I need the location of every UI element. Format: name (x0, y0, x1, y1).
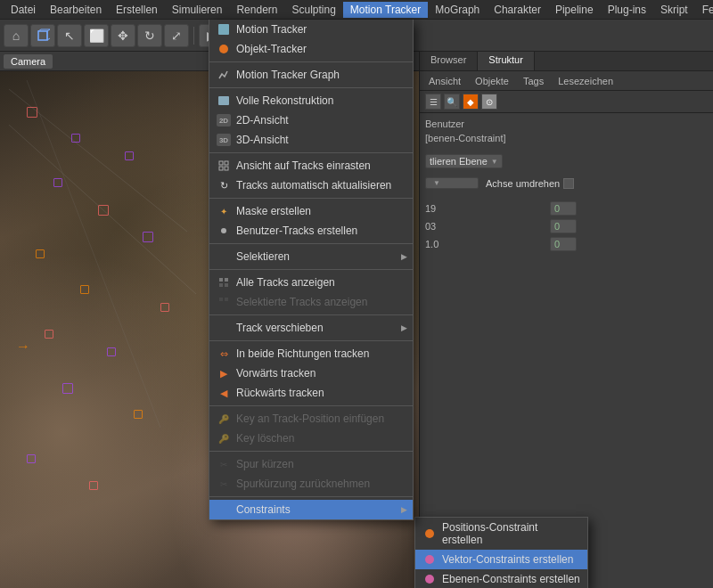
menu-mograph[interactable]: MoGraph (428, 2, 487, 18)
menu-rendern[interactable]: Rendern (229, 2, 284, 18)
selektierte-icon (217, 296, 231, 308)
ebenen-constraint-label: Ebenen-Constraints erstellen (442, 573, 580, 585)
menu-item-3d[interactable]: 3D 3D-Ansicht (209, 130, 413, 150)
menu-datei[interactable]: Datei (4, 2, 43, 18)
ansicht-tracks-label: Ansicht auf Tracks einrasten (236, 159, 371, 172)
prop-num3-label: 1.0 (425, 239, 550, 249)
menu-item-constraints[interactable]: Constraints (209, 500, 413, 519)
menu-sculpting[interactable]: Sculpting (284, 2, 342, 18)
menu-item-rueckwaerts[interactable]: ◀ Rückwärts tracken (209, 383, 413, 403)
menu-item-motion-tracker[interactable]: Motion Tracker (209, 20, 413, 39)
tab-browser[interactable]: Browser (420, 52, 478, 70)
right-icon-tag[interactable]: ◆ (463, 94, 479, 110)
sep-9 (209, 405, 413, 406)
menu-item-selektieren[interactable]: Selektieren (209, 247, 413, 266)
menu-simulieren[interactable]: Simulieren (165, 2, 230, 18)
selektieren-icon (217, 250, 231, 263)
right-toolbar-objekte[interactable]: Objekte (470, 75, 514, 87)
menu-skript[interactable]: Skript (653, 2, 695, 18)
graph-icon (217, 69, 231, 81)
submenu-vektor-constraint[interactable]: Vektor-Constraints erstellen (415, 550, 587, 569)
prop-dropdown2[interactable]: ▼ (425, 177, 479, 189)
constraints-submenu: Positions-Constraint erstellen Vektor-Co… (414, 517, 588, 588)
key-position-label: Key an Track-Position einfügen (236, 412, 384, 425)
prop-row-benutzer: Benutzer (425, 118, 708, 129)
toolbar-scale-btn[interactable]: ⤢ (164, 24, 189, 47)
selektierte-tracks-label: Selektierte Tracks anzeigen (236, 296, 367, 308)
sep-4 (209, 198, 413, 199)
svg-rect-14 (225, 278, 228, 282)
selektieren-label: Selektieren (236, 250, 290, 263)
menu-bearbeiten[interactable]: Bearbeiten (43, 2, 109, 18)
menu-item-ansicht-tracks[interactable]: Ansicht auf Tracks einrasten (209, 156, 413, 176)
prop-num2-value[interactable]: 0 (550, 219, 577, 233)
svg-rect-15 (219, 283, 223, 287)
tab-struktur[interactable]: Struktur (478, 52, 535, 70)
maske-label: Maske erstellen (236, 205, 311, 217)
toolbar-select-btn[interactable]: ⬜ (84, 24, 109, 47)
prop-num3-value[interactable]: 0 (550, 237, 577, 251)
menu-item-spurkuerzung: ✂ Spurkürzung zurücknehmen (209, 474, 413, 494)
menu-item-alle-tracks[interactable]: Alle Tracks anzeigen (209, 273, 413, 292)
menu-item-rekonstruktion[interactable]: Volle Rekonstruktion (209, 91, 413, 110)
menu-item-tracks-aktualisieren[interactable]: ↻ Tracks automatisch aktualisieren (209, 176, 413, 195)
sep-6 (209, 269, 413, 270)
maske-icon: ✦ (217, 205, 231, 217)
verschieben-icon (217, 322, 231, 334)
beide-label: In beide Richtungen tracken (236, 347, 369, 360)
right-icon-constraint[interactable]: ⊙ (481, 94, 497, 110)
right-toolbar-ansicht[interactable]: Ansicht (423, 75, 466, 87)
menu-item-vorwaerts[interactable]: ▶ Vorwärts tracken (209, 363, 413, 383)
submenu-ebenen-constraint[interactable]: Ebenen-Constraints erstellen (415, 569, 587, 588)
submenu-positions-constraint[interactable]: Positions-Constraint erstellen (415, 518, 587, 550)
prop-num1-value[interactable]: 0 (550, 201, 577, 216)
menu-item-key-loeschen: 🔑 Key löschen (209, 429, 413, 448)
graph-label: Motion Tracker Graph (236, 69, 340, 81)
menu-charakter[interactable]: Charakter (487, 2, 548, 18)
right-icon-search[interactable]: 🔍 (444, 94, 460, 110)
svg-rect-16 (225, 283, 228, 287)
menu-fenster[interactable]: Fenster (695, 2, 713, 18)
alle-tracks-icon (217, 276, 231, 289)
right-icons-row: ☰ 🔍 ◆ ⊙ (420, 91, 713, 113)
menu-item-maske[interactable]: ✦ Maske erstellen (209, 201, 413, 221)
vorwaerts-icon: ▶ (217, 367, 231, 380)
prop-ebene-dropdown[interactable]: tlieren Ebene ▼ (425, 154, 503, 168)
menu-plugins[interactable]: Plug-ins (601, 2, 653, 18)
svg-rect-10 (225, 161, 228, 165)
vektor-constraint-label: Vektor-Constraints erstellen (442, 553, 573, 566)
menu-erstellen[interactable]: Erstellen (109, 2, 165, 18)
sep-10 (209, 451, 413, 452)
achse-checkbox[interactable] (563, 178, 574, 189)
toolbar-arrow-btn[interactable]: ↖ (57, 24, 82, 47)
ebenen-icon (422, 573, 437, 585)
toolbar-sep1 (193, 27, 194, 45)
right-icon-filter[interactable]: ☰ (425, 94, 441, 110)
menu-item-benutzer-tracks[interactable]: Benutzer-Tracks erstellen (209, 221, 413, 241)
svg-line-7 (9, 125, 196, 294)
motion-tracker-dropdown: Motion Tracker Objekt-Tracker Motion Tra… (209, 20, 414, 520)
toolbar-rotate-btn[interactable]: ↻ (137, 24, 162, 47)
menu-item-graph[interactable]: Motion Tracker Graph (209, 65, 413, 85)
sep-3 (209, 152, 413, 153)
prop-row-number3: 1.0 0 (425, 237, 708, 251)
2d-label: 2D-Ansicht (236, 114, 289, 127)
toolbar-move-btn[interactable]: ✥ (111, 24, 135, 47)
menu-item-objekt-tracker[interactable]: Objekt-Tracker (209, 39, 413, 59)
dropdown2-arrow-icon: ▼ (433, 179, 440, 187)
key-pos-icon: 🔑 (217, 412, 231, 425)
menu-item-track-verschieben[interactable]: Track verschieben (209, 318, 413, 338)
right-toolbar-tags[interactable]: Tags (518, 75, 549, 87)
viewport-tab-camera[interactable]: Camera (4, 54, 53, 69)
menu-pipeline[interactable]: Pipeline (548, 2, 601, 18)
svg-line-8 (27, 80, 160, 428)
vektor-icon (422, 553, 437, 566)
svg-rect-12 (225, 167, 228, 170)
menu-item-beide-richtungen[interactable]: ⇔ In beide Richtungen tracken (209, 344, 413, 363)
toolbar-cube-btn[interactable] (30, 24, 55, 47)
right-toolbar-lesezeichen[interactable]: Lesezeichen (553, 75, 619, 87)
menu-motion-tracker[interactable]: Motion Tracker (343, 2, 428, 18)
rueckwaerts-label: Rückwärts tracken (236, 387, 324, 399)
toolbar-home-btn[interactable]: ⌂ (4, 24, 29, 47)
menu-item-2d[interactable]: 2D 2D-Ansicht (209, 110, 413, 130)
